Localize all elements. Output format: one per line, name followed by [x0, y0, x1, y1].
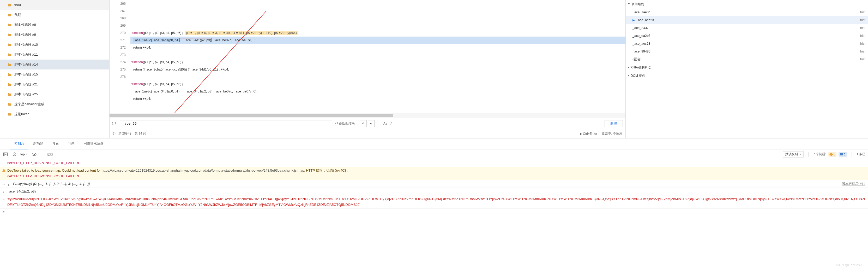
line-number[interactable]: 271 [110, 36, 126, 44]
clear-console-icon[interactable] [11, 152, 17, 157]
snippet-item[interactable]: 脚本代码段 #10 [0, 40, 109, 50]
line-number[interactable]: 267 [110, 7, 126, 15]
find-prev-button[interactable] [360, 120, 367, 127]
code-lines[interactable]: function(p0, p1, p2, p3, p4, p5, p6) { p… [130, 0, 625, 113]
code-line[interactable]: return ++p4; [130, 44, 625, 51]
warning-icon [2, 168, 6, 171]
cursor-position: 第 269 行，第 14 列 [118, 131, 146, 136]
snippet-item[interactable]: 这是token [0, 109, 109, 119]
snippet-item[interactable]: 脚本代码段 #25 [0, 89, 109, 99]
snippet-icon [8, 92, 11, 96]
console-sidebar-toggle-icon[interactable] [3, 152, 8, 157]
snippet-item[interactable]: 这个是behavior生成 [0, 99, 109, 109]
expand-icon[interactable]: ▶ [8, 182, 10, 188]
snippet-item[interactable]: 脚本代码段 #8 [0, 20, 109, 30]
console-result-row: <· 'eyJzaWduU3ZuIjoiNTEiLCJzaWduVHlwZSI6… [0, 195, 868, 209]
issues-summary[interactable]: 7 个问题: 1 6 [813, 152, 847, 157]
code-line[interactable] [130, 102, 625, 110]
snippet-icon [8, 63, 11, 66]
xhr-breakpoints-header[interactable]: XHR/提取断点 [626, 63, 868, 72]
scrollbar-thumb[interactable] [110, 114, 393, 117]
code-line[interactable]: _ace_1ae3c(_ace_34d1(p0, p1) + _ace_34d1… [130, 36, 625, 44]
find-cancel-button[interactable]: 取消 [604, 120, 623, 127]
coverage-status: 覆盖率: 不适用 [602, 131, 622, 136]
code-line[interactable]: function(p0, p1, p2, p3, p4, p5, p6) { [130, 58, 625, 66]
line-number[interactable]: 273 [110, 51, 126, 58]
tab-search[interactable]: 搜索 [48, 138, 63, 150]
dom-breakpoints-header[interactable]: DOM 断点 [626, 72, 868, 80]
line-number[interactable]: 274 [110, 58, 126, 66]
context-label: top [20, 153, 25, 156]
callstack-frame[interactable]: _ace_aec23frist [626, 40, 868, 48]
snippet-icon [8, 3, 11, 7]
drawer-menu-icon[interactable]: ⋮ [3, 140, 9, 147]
callstack-frame[interactable]: _ace_ea2b3frist [626, 32, 868, 40]
live-expression-icon[interactable] [31, 152, 37, 157]
editor-status-bar: {} 第 269 行，第 14 列 ▶ Ctrl+Enter 覆盖率: 不适用 [110, 129, 625, 138]
snippet-item[interactable]: 代理 [0, 10, 109, 20]
code-line[interactable]: _ace_1ae3c(_ace_34d1(p0, p1) == _ace_34d… [130, 88, 625, 95]
pretty-print-icon[interactable]: {} [113, 132, 116, 136]
regex-toggle[interactable]: .* [390, 122, 392, 125]
source-link[interactable]: 脚本代码段 #14 [837, 181, 865, 187]
snippets-sidebar: third代理脚本代码段 #8脚本代码段 #9脚本代码段 #10脚本代码段 #1… [0, 0, 110, 138]
drawer-tab-strip: ⋮ 控制台 新功能 搜索 问题 网络请求屏蔽 [0, 138, 868, 150]
callstack-frame[interactable]: (匿名)frist [626, 55, 868, 63]
console-command: _ace_34d1(p2, p3) [7, 189, 865, 194]
snippet-item[interactable]: 脚本代码段 #15 [0, 70, 109, 79]
line-number[interactable]: 275 [110, 66, 126, 73]
snippet-item[interactable]: 脚本代码段 #21 [0, 79, 109, 89]
chevron-right-icon [628, 75, 629, 77]
find-replace-icon[interactable]: AB [112, 121, 117, 126]
info-badge: 6 [839, 152, 847, 157]
callstack-header[interactable]: 调用堆栈 [626, 0, 868, 8]
run-snippet-hint[interactable]: ▶ Ctrl+Enter [580, 132, 597, 136]
snippet-item[interactable]: 脚本代码段 #11 [0, 50, 109, 59]
line-number[interactable]: 276 [110, 73, 126, 80]
log-level-selector[interactable]: 默认级别 ▼ [783, 151, 804, 158]
snippet-label: 代理 [13, 12, 21, 17]
callstack-frame[interactable]: ▶_ace_aec23frist [626, 16, 868, 24]
code-line[interactable]: function(p0, p1, p2, p3, p4, p5, p6) { [130, 80, 625, 88]
find-next-button[interactable] [368, 120, 375, 127]
callstack-frame[interactable]: _ace_99485frist [626, 48, 868, 55]
snippet-icon [8, 112, 11, 116]
tab-console[interactable]: 控制台 [10, 138, 28, 150]
context-selector[interactable]: top ▼ [20, 153, 28, 156]
callstack-frame[interactable]: _ace_1ae3cfrist [626, 8, 868, 16]
line-number[interactable]: 269 [110, 22, 126, 29]
line-number[interactable]: 266 [110, 0, 126, 7]
find-input[interactable] [120, 120, 332, 127]
callstack-frame[interactable]: _ace_2437frist [626, 24, 868, 32]
code-line[interactable] [130, 73, 625, 80]
error-code: net::ERR_HTTP_RESPONSE_CODE_FAILURE [7, 161, 80, 165]
line-number[interactable]: 272 [110, 44, 126, 51]
line-number[interactable]: 270 [110, 29, 126, 36]
code-line[interactable]: return ++p4; [130, 95, 625, 102]
code-line[interactable] [130, 51, 625, 58]
console-body[interactable]: net::ERR_HTTP_RESPONSE_CODE_FAILURE DevT… [0, 159, 868, 268]
snippet-item[interactable]: 脚本代码段 #14 [0, 59, 109, 70]
line-number[interactable]: 268 [110, 15, 126, 22]
code-line[interactable]: function(p0, p1, p2, p3, p4, p5, p6) { p… [130, 29, 625, 36]
snippet-item[interactable]: third [0, 0, 109, 10]
code-line[interactable]: return (!_ace_8cba0(_ace_dcca5[0])) ? _a… [130, 66, 625, 73]
tab-network-blocking[interactable]: 网络请求屏蔽 [79, 138, 108, 150]
result-arrow-icon: <· [3, 182, 5, 187]
code-pane[interactable]: 266267268269270271272273274275276 functi… [110, 0, 625, 113]
sourcemap-url-link[interactable]: https://picasso-private-1251524319.cos.a… [102, 168, 304, 172]
console-filter-input[interactable] [47, 152, 780, 157]
console-prompt[interactable]: > [0, 209, 868, 215]
svg-line-6 [13, 153, 16, 155]
input-arrow-icon: > [3, 189, 4, 195]
console-result-row[interactable]: <· ▶ Proxy(Array) {0: {…}, 1: {…}, 2: {…… [0, 180, 868, 188]
prompt-arrow-icon: > [3, 210, 5, 214]
tab-issues[interactable]: 问题 [64, 138, 79, 150]
issues-count-label: 7 个问题: [813, 152, 826, 157]
snippet-item[interactable]: 脚本代码段 #9 [0, 30, 109, 40]
dom-breakpoints-label: DOM 断点 [631, 74, 645, 78]
snippet-icon [8, 43, 11, 47]
horizontal-scrollbar[interactable] [110, 113, 625, 118]
match-case-toggle[interactable]: Aa [383, 122, 387, 125]
tab-whatsnew[interactable]: 新功能 [29, 138, 48, 150]
